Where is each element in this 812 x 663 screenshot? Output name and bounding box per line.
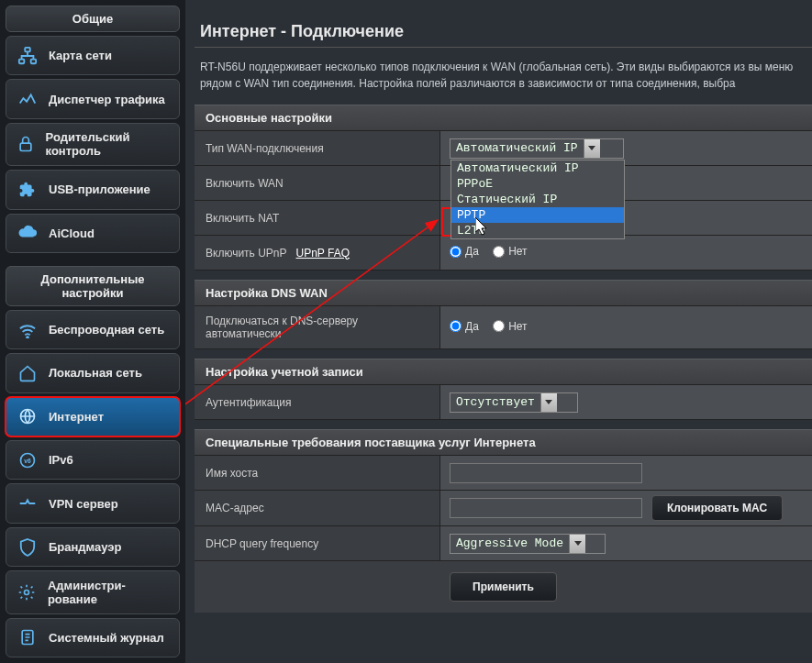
section-basic: Основные настройки [195,105,812,131]
nav-label: Системный журнал [49,631,164,645]
option-pptp[interactable]: PPTP [451,207,624,223]
nav-label: Брандмауэр [49,540,121,554]
radio-upnp-no[interactable]: Нет [493,245,527,258]
label-enable-wan: Включить WAN [195,166,440,200]
radio-upnp-yes[interactable]: Да [450,245,479,258]
nav-traffic-manager[interactable]: Диспетчер трафика [6,79,180,118]
label-auto-dns: Подключаться к DNS-серверу автоматически [195,306,440,348]
puzzle-icon [16,178,39,202]
section-dns: Настройка DNS WAN [195,280,812,306]
nav-label: Карта сети [49,49,112,62]
nav-label: Администри-рование [48,579,170,606]
apply-button[interactable]: Применить [450,572,557,602]
nav-network-map[interactable]: Карта сети [6,36,180,75]
svg-rect-0 [25,48,30,52]
nav-admin[interactable]: Администри-рование [6,570,180,613]
link-upnp-faq[interactable]: UPnP FAQ [296,247,350,260]
select-auth[interactable]: Отсутствует [450,392,578,413]
nav-ipv6[interactable]: v6 IPv6 [6,440,180,480]
chevron-down-icon[interactable] [584,139,600,158]
wifi-icon [16,318,39,342]
label-dhcp-freq: DHCP query frequency [195,526,440,560]
select-auth-value: Отсутствует [450,395,540,409]
traffic-icon [16,87,39,111]
nav-label: VPN сервер [49,497,118,511]
ipv6-icon: v6 [16,448,39,472]
chevron-down-icon[interactable] [569,535,585,553]
nav-firewall[interactable]: Брандмауэр [6,527,180,567]
nav-label: AiCloud [49,227,95,240]
svg-point-4 [27,337,28,338]
option-l2tp[interactable]: L2TP [451,223,624,238]
svg-rect-3 [20,144,31,151]
option-pppoe[interactable]: PPPoE [451,176,624,192]
divider [195,47,812,48]
nav-parental-control[interactable]: Родительский контроль [6,123,180,166]
radio-dns-yes[interactable]: Да [450,320,479,333]
vpn-icon [16,492,39,515]
chevron-down-icon[interactable] [540,393,557,412]
label-hostname: Имя хоста [195,456,440,490]
section-isp: Специальные требования поставщика услуг … [195,429,812,456]
network-map-icon [16,44,39,68]
select-dhcp-value: Aggressive Mode [450,536,569,550]
page-title: Интернет - Подключение [200,22,812,41]
nav-section-advanced: Дополнительные настройки [6,266,180,306]
log-icon [16,625,39,649]
input-mac[interactable] [450,498,642,518]
label-wan-type: Тип WAN-подключения [195,131,440,165]
svg-rect-2 [31,59,36,63]
select-wan-type[interactable]: Автоматический IP Автоматический IP PPPo… [450,138,624,159]
nav-internet[interactable]: Интернет [6,397,180,436]
globe-icon [16,404,39,428]
select-dhcp-freq[interactable]: Aggressive Mode [450,534,606,554]
nav-aicloud[interactable]: AiCloud [6,214,180,253]
nav-vpn[interactable]: VPN сервер [6,483,180,523]
nav-section-general: Общие [6,6,180,32]
page-intro: RT-N56U поддерживает несколько типов под… [200,59,812,92]
label-mac: MAC-адрес [195,491,440,525]
svg-rect-1 [19,59,25,63]
gear-icon [16,580,39,604]
input-hostname[interactable] [450,463,642,483]
clone-mac-button[interactable]: Клонировать MAC [651,495,783,521]
radio-dns-no[interactable]: Нет [493,320,527,333]
nav-label: Беспроводная сеть [49,323,164,337]
nav-label: Локальная сеть [49,366,142,380]
nav-label: Родительский контроль [46,130,170,158]
svg-text:v6: v6 [24,458,31,464]
dropdown-wan-type[interactable]: Автоматический IP PPPoE Статический IP P… [450,160,625,239]
nav-label: IPv6 [49,453,73,467]
nav-usb-app[interactable]: USB-приложение [6,170,180,209]
label-auth: Аутентификация [195,385,440,419]
select-wan-type-value: Автоматический IP [450,141,584,155]
option-static-ip[interactable]: Статический IP [451,192,624,207]
home-icon [16,361,39,385]
cloud-icon [16,221,39,245]
section-account: Настройка учетной записи [195,359,812,385]
lock-icon [16,132,37,156]
label-enable-nat: Включить NAT [195,201,440,235]
nav-label: USB-приложение [49,182,150,196]
svg-point-8 [25,590,29,594]
nav-label: Интернет [49,410,104,424]
nav-wireless[interactable]: Беспроводная сеть [6,310,180,349]
option-auto-ip[interactable]: Автоматический IP [451,160,624,176]
nav-label: Диспетчер трафика [49,93,165,106]
nav-lan[interactable]: Локальная сеть [6,353,180,392]
shield-icon [16,536,39,559]
nav-syslog[interactable]: Системный журнал [6,618,180,657]
label-enable-upnp: Включить UPnP UPnP FAQ [195,236,440,270]
